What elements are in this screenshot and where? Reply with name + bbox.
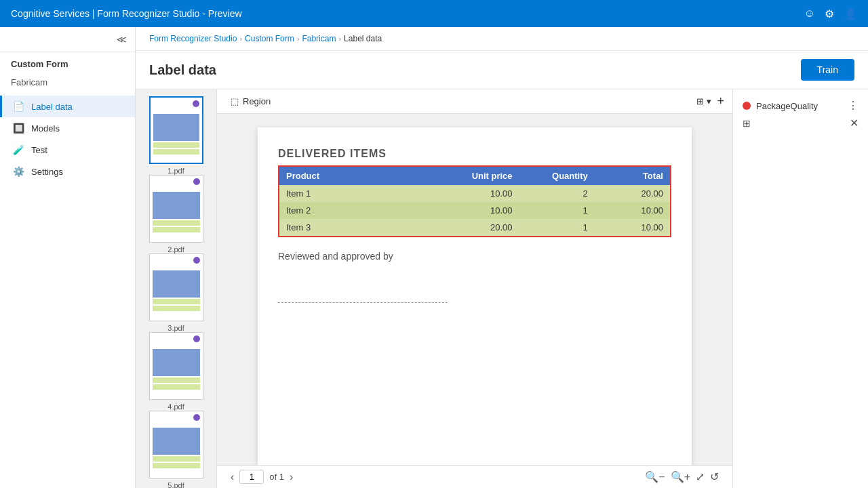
table-cell: 2 [513,188,588,199]
label-close-button[interactable]: ✕ [850,118,859,129]
thumb-label: 3.pdf [167,324,184,332]
thumb-row-1 [153,142,199,148]
test-icon: 🧪 [13,144,24,155]
rotate-button[interactable]: ↺ [710,470,719,483]
thumb-label: 2.pdf [167,245,184,253]
train-button[interactable]: Train [801,59,854,81]
thumb-inner [150,411,203,478]
thumb-table-sim [153,349,200,376]
prev-page-button[interactable]: ‹ [231,471,234,483]
zoom-in-button[interactable]: 🔍+ [671,470,690,483]
thumbnail-item[interactable]: 2.pdf [149,175,203,253]
sidebar-nav: 📄 Label data 🔲 Models 🧪 Test ⚙️ Settings [0,96,135,182]
thumbnail-item[interactable]: 5.pdf [149,411,203,488]
thumb-row-2 [153,463,200,468]
breadcrumb-form-recognizer[interactable]: Form Recognizer Studio [149,34,237,43]
thumb-table-sim [153,192,200,219]
thumb-row-1 [153,456,200,462]
breadcrumb-custom-form[interactable]: Custom Form [245,34,294,43]
layers-button[interactable]: ⊞ ▾ [696,96,711,106]
breadcrumb-fabricam[interactable]: Fabricam [302,34,336,43]
settings-nav-icon: ⚙️ [13,166,24,177]
thumb-dot [193,257,200,264]
main-split: 1.pdf 2.pdf 3.pdf [136,89,868,488]
thumb-inner [150,176,203,242]
thumb-label: 1.pdf [167,167,184,175]
thumbnail-item[interactable]: 1.pdf [149,96,203,175]
table-cell: 1 [513,205,588,216]
thumbnail-item[interactable]: 4.pdf [149,332,203,411]
zoom-out-button[interactable]: 🔍− [645,470,665,483]
topbar: Cognitive Services | Form Recognizer Stu… [0,0,868,27]
breadcrumb-sep-2: › [297,35,300,43]
sidebar-item-models[interactable]: 🔲 Models [0,117,135,139]
sidebar-toggle-area: ≪ [0,27,135,52]
thumb-table-sim [153,270,200,298]
thumb-inner [150,333,203,399]
account-icon[interactable]: 👤 [844,7,857,20]
table-row: Item 2 10.00 1 10.00 [279,202,670,219]
table-row: Item 3 20.00 1 10.00 [279,219,670,236]
page-title: Label data [149,62,216,78]
region-label: Region [243,96,271,106]
label-name-text: PackageQuality [756,101,842,111]
label-more-button[interactable]: ⋮ [848,100,859,111]
table-icon: ⊞ [743,118,751,129]
table-header-row: Product Unit price Quantity Total [279,167,670,185]
breadcrumb-label-data: Label data [344,34,382,43]
reviewed-text: Reviewed and approved by [278,251,671,262]
fit-button[interactable]: ⤢ [696,470,705,483]
thumb-label: 4.pdf [167,403,184,411]
total-pages: 1 [279,472,284,482]
zoom-controls: 🔍− 🔍+ ⤢ ↺ [645,470,719,483]
thumb-table-sim [153,114,199,141]
table-cell: Item 2 [286,205,437,216]
doc-footer: ‹ of 1 › 🔍− 🔍+ ⤢ ↺ [217,465,732,488]
thumb-row-2 [153,306,200,311]
add-button[interactable]: + [717,94,724,108]
table-cell: Item 3 [286,222,437,232]
layers-icon: ⊞ [696,96,704,106]
table-cell: 20.00 [588,188,663,199]
thumb-dot [193,178,200,185]
settings-icon[interactable]: ⚙ [825,7,834,20]
thumb-table-sim [153,428,200,455]
sidebar-section-title: Custom Form [0,52,135,73]
sidebar-toggle-button[interactable]: ≪ [117,34,127,45]
thumb-row-2 [153,384,200,390]
thumb-frame [149,253,203,321]
items-table: Product Unit price Quantity Total Item 1… [278,165,671,237]
thumb-row-1 [153,378,200,383]
thumb-row-2 [153,149,199,155]
thumb-frame [149,332,203,400]
thumbnail-item[interactable]: 3.pdf [149,253,203,332]
topbar-icons: ☺ ⚙ 👤 [804,7,857,20]
thumbnail-panel: 1.pdf 2.pdf 3.pdf [136,89,217,488]
label-dot [743,102,751,110]
table-cell: 10.00 [437,188,512,199]
right-panel-label-item: PackageQuality ⋮ [740,96,861,115]
breadcrumb: Form Recognizer Studio › Custom Form › F… [136,27,868,51]
next-page-button[interactable]: › [290,471,293,483]
thumb-frame [149,411,203,479]
sidebar-item-test[interactable]: 🧪 Test [0,139,135,161]
sidebar-project-label: Fabricam [0,73,135,96]
sidebar-item-label-data[interactable]: 📄 Label data [0,96,135,117]
chevron-down-icon: ▾ [707,96,711,106]
table-cell: 1 [513,222,588,232]
sidebar-item-settings[interactable]: ⚙️ Settings [0,161,135,182]
header-quantity: Quantity [513,171,588,181]
main-layout: ≪ Custom Form Fabricam 📄 Label data 🔲 Mo… [0,27,868,488]
thumb-row-1 [153,299,200,304]
sidebar-models-text: Models [31,123,60,134]
region-icon: ⬚ [231,96,239,106]
region-button[interactable]: ⬚ Region [225,94,276,109]
header-total: Total [588,171,663,181]
table-cell: 20.00 [437,222,512,232]
content-area: Form Recognizer Studio › Custom Form › F… [136,27,868,488]
thumb-label: 5.pdf [167,481,184,488]
thumb-inner [150,254,203,321]
emoji-icon[interactable]: ☺ [804,7,815,20]
table-cell: 10.00 [437,205,512,216]
page-number-input[interactable] [239,470,264,484]
